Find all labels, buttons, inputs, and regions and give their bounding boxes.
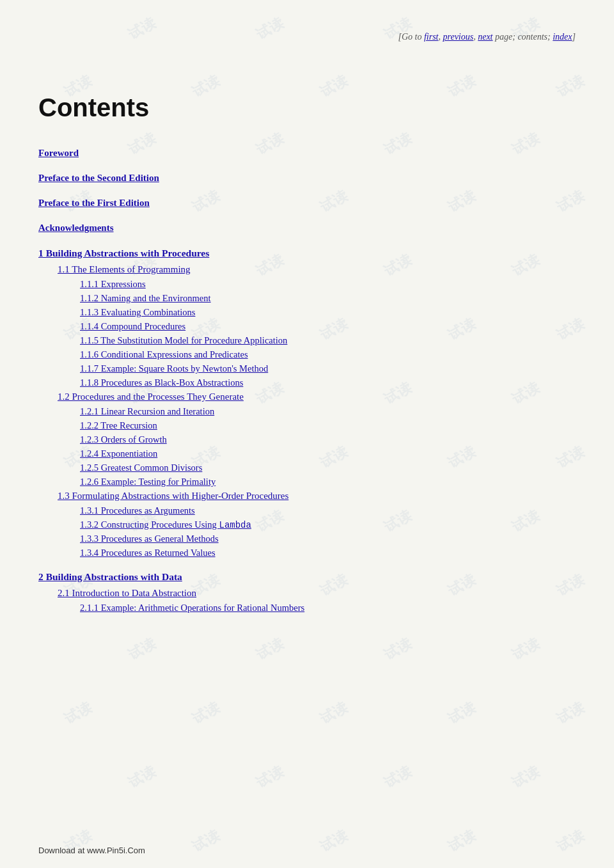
toc-top-links: Foreword Preface to the Second Edition P… xyxy=(38,148,576,233)
watermark: 试读 xyxy=(553,698,587,729)
toc-link-subsection-1-1-2[interactable]: 1.1.2 Naming and the Environment xyxy=(80,293,576,304)
toc-link-chapter-2[interactable]: 2 Building Abstractions with Data xyxy=(38,571,576,583)
toc-link-subsection-1-3-4[interactable]: 1.3.4 Procedures as Returned Values xyxy=(80,548,576,558)
watermark: 试读 xyxy=(253,634,287,665)
watermark: 试读 xyxy=(445,698,478,729)
chapter-2-group: 2 Building Abstractions with Data 2.1 In… xyxy=(38,571,576,613)
nav-index-link[interactable]: index xyxy=(553,32,572,42)
watermark: 试读 xyxy=(253,762,287,793)
watermark: 试读 xyxy=(189,826,223,856)
watermark: 试读 xyxy=(61,698,95,729)
toc-link-foreword[interactable]: Foreword xyxy=(38,148,576,159)
nav-previous-link[interactable]: previous xyxy=(443,32,473,42)
nav-bar: [Go to first, previous, next page; conte… xyxy=(38,32,576,42)
lambda-code: Lambda xyxy=(219,520,251,530)
nav-next-link[interactable]: next xyxy=(478,32,492,42)
toc-link-subsection-1-1-6[interactable]: 1.1.6 Conditional Expressions and Predic… xyxy=(80,349,576,360)
toc-link-subsection-1-2-1[interactable]: 1.2.1 Linear Recursion and Iteration xyxy=(80,406,576,417)
toc-link-subsection-1-1-3[interactable]: 1.1.3 Evaluating Combinations xyxy=(80,307,576,318)
toc-link-subsection-1-1-4[interactable]: 1.1.4 Compound Procedures xyxy=(80,321,576,332)
toc-link-subsection-2-1-1[interactable]: 2.1.1 Example: Arithmetic Operations for… xyxy=(80,603,576,613)
watermark: 试读 xyxy=(553,826,587,856)
toc-link-chapter-1[interactable]: 1 Building Abstractions with Procedures xyxy=(38,248,576,259)
toc-link-subsection-1-2-5[interactable]: 1.2.5 Greatest Common Divisors xyxy=(80,462,576,473)
watermark: 试读 xyxy=(508,634,542,665)
toc-link-section-1-3[interactable]: 1.3 Formulating Abstractions with Higher… xyxy=(58,491,576,501)
toc-link-subsection-1-1-8[interactable]: 1.1.8 Procedures as Black-Box Abstractio… xyxy=(80,377,576,388)
toc-link-preface-first[interactable]: Preface to the First Edition xyxy=(38,198,576,209)
watermark: 试读 xyxy=(125,634,159,665)
toc-link-section-1-2[interactable]: 1.2 Procedures and the Processes They Ge… xyxy=(58,391,576,402)
toc-link-subsection-1-2-2[interactable]: 1.2.2 Tree Recursion xyxy=(80,420,576,431)
toc-link-subsection-1-2-3[interactable]: 1.2.3 Orders of Growth xyxy=(80,434,576,445)
nav-first-link[interactable]: first xyxy=(424,32,439,42)
toc-link-subsection-1-3-3[interactable]: 1.3.3 Procedures as General Methods xyxy=(80,533,576,544)
watermark: 试读 xyxy=(445,826,478,856)
page: 试读 试读 试读 试读 试读 试读 试读 试读 试读 试读 试读 试读 试读 试… xyxy=(0,0,614,868)
toc-link-subsection-1-1-7[interactable]: 1.1.7 Example: Square Roots by Newton's … xyxy=(80,363,576,374)
nav-middle: page; contents; xyxy=(495,32,553,42)
watermark: 试读 xyxy=(381,762,414,793)
watermark: 试读 xyxy=(317,826,350,856)
nav-prefix: [Go to xyxy=(398,32,423,42)
toc-link-subsection-1-3-1[interactable]: 1.3.1 Procedures as Arguments xyxy=(80,505,576,516)
watermark: 试读 xyxy=(508,762,542,793)
toc-link-subsection-1-1-5[interactable]: 1.1.5 The Substitution Model for Procedu… xyxy=(80,335,576,346)
toc-link-subsection-1-2-4[interactable]: 1.2.4 Exponentiation xyxy=(80,448,576,459)
watermark: 试读 xyxy=(125,762,159,793)
toc-link-subsection-1-3-2[interactable]: 1.3.2 Constructing Procedures Using Lamb… xyxy=(80,519,576,530)
toc-link-subsection-1-2-6[interactable]: 1.2.6 Example: Testing for Primality xyxy=(80,477,576,487)
watermark: 试读 xyxy=(381,634,414,665)
footer-text: Download at www.Pin5i.Com xyxy=(38,846,145,855)
chapter-1-group: 1 Building Abstractions with Procedures … xyxy=(38,248,576,558)
footer: Download at www.Pin5i.Com xyxy=(38,846,145,855)
toc-link-section-1-1[interactable]: 1.1 The Elements of Programming xyxy=(58,264,576,275)
watermark: 试读 xyxy=(317,698,350,729)
toc-link-subsection-1-1-1[interactable]: 1.1.1 Expressions xyxy=(80,279,576,290)
watermark: 试读 xyxy=(189,698,223,729)
toc-link-section-2-1[interactable]: 2.1 Introduction to Data Abstraction xyxy=(58,588,576,599)
page-title: Contents xyxy=(38,93,576,122)
toc-link-acknowledgments[interactable]: Acknowledgments xyxy=(38,223,576,233)
toc-link-preface-second[interactable]: Preface to the Second Edition xyxy=(38,173,576,184)
